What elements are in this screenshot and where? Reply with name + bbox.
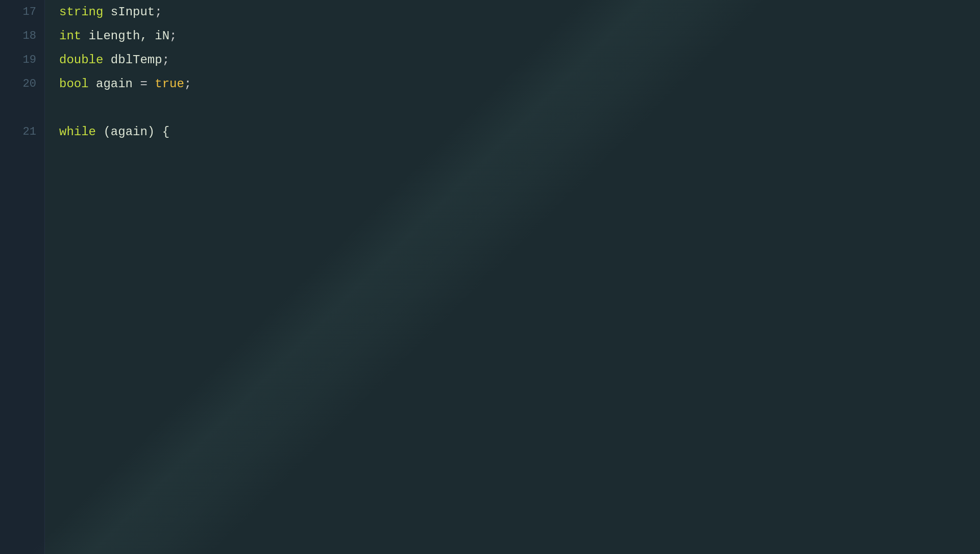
line-number: 18 (0, 24, 44, 48)
line-number-gutter: 1718192021 (0, 0, 45, 554)
line-number: 20 (0, 72, 44, 96)
code-token-kw: double (59, 53, 103, 67)
code-token-op: = (140, 77, 147, 91)
code-line: int iLength, iN; (59, 24, 980, 48)
code-content: string sInput;int iLength, iN;double dbl… (45, 0, 980, 554)
code-line: bool again = true; (59, 72, 980, 96)
line-number (0, 96, 44, 120)
code-token-plain (148, 77, 155, 91)
code-editor: 1718192021 string sInput;int iLength, iN… (0, 0, 980, 554)
code-token-kw: string (59, 5, 103, 19)
line-number: 17 (0, 0, 44, 24)
line-number: 21 (0, 120, 44, 144)
code-token-num: true (155, 77, 184, 91)
code-token-op: ; (155, 5, 162, 19)
code-token-op: ; (162, 53, 169, 67)
line-number: 19 (0, 48, 44, 72)
code-token-plain: iLength, iN (81, 29, 169, 43)
code-token-kw: int (59, 29, 81, 43)
code-token-plain: (again) { (96, 125, 169, 139)
code-token-op: ; (169, 29, 177, 43)
code-line: while (again) { (59, 120, 980, 144)
code-token-kw: while (59, 125, 96, 139)
code-token-plain: again (89, 77, 140, 91)
code-token-plain: dblTemp (103, 53, 162, 67)
code-line: string sInput; (59, 0, 980, 24)
code-token-plain: sInput (103, 5, 155, 19)
code-token-op: ; (184, 77, 191, 91)
code-token-kw: bool (59, 77, 89, 91)
code-line: double dblTemp; (59, 48, 980, 72)
code-line (59, 96, 980, 120)
